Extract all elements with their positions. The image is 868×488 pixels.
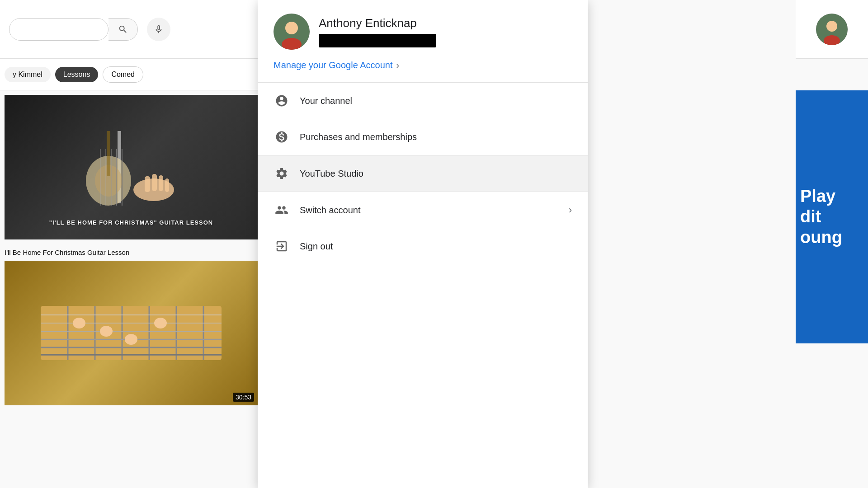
video-area: "I'll Be Home For Christmas" Guitar Less… [0,90,262,488]
chip-comedy[interactable]: Comed [103,66,143,83]
switch-account-chevron: › [569,204,572,216]
menu-label-youtube-studio: YouTube Studio [300,169,572,179]
menu-label-purchases: Purchases and memberships [300,132,572,142]
svg-rect-12 [152,174,157,191]
svg-point-31 [154,318,167,328]
menu-item-youtube-studio[interactable]: YouTube Studio [258,155,588,192]
chip-kimmel[interactable]: y Kimmel [5,67,51,82]
account-dropdown-panel: Anthony Enticknap Manage your Google Acc… [258,0,588,488]
right-avatar-area[interactable] [796,0,868,59]
svg-point-30 [125,334,137,345]
sign-out-icon [274,238,290,254]
user-avatar [274,14,310,50]
duration-badge-2: 30:53 [233,393,254,402]
user-email-redacted [319,34,436,47]
user-row: Anthony Enticknap [274,14,572,50]
user-details: Anthony Enticknap [319,16,436,47]
svg-rect-11 [145,176,150,192]
user-name: Anthony Enticknap [319,16,436,30]
video-text-overlay-1: "I'll Be Home For Christmas" Guitar Less… [5,219,258,226]
gear-icon [274,165,290,182]
dollar-icon [274,129,290,145]
svg-point-28 [73,318,85,328]
yt-header [0,0,262,59]
guitar-overlay-2 [5,261,258,405]
user-info-section: Anthony Enticknap Manage your Google Acc… [258,0,588,82]
banner-line-1: Play [800,186,863,207]
manage-account-link[interactable]: Manage your Google Account › [274,60,572,70]
manage-account-chevron: › [396,60,400,70]
mic-button[interactable] [147,18,170,41]
chips-row: y Kimmel Lessons Comed [0,59,262,90]
menu-item-switch-account[interactable]: Switch account › [258,192,588,228]
menu-item-purchases[interactable]: Purchases and memberships [258,119,588,155]
svg-rect-14 [165,178,169,192]
menu-label-your-channel: Your channel [300,96,572,106]
manage-account-text[interactable]: Manage your Google Account [274,60,393,70]
svg-point-33 [826,21,837,32]
banner-line-3: oung [800,227,863,248]
banner-line-2: dit [800,206,863,227]
menu-label-sign-out: Sign out [300,241,572,252]
svg-rect-13 [159,175,163,191]
person-icon [274,93,290,109]
svg-point-36 [285,22,298,34]
video-title-1[interactable]: I'll Be Home For Christmas Guitar Lesson [0,244,262,261]
chip-lessons[interactable]: Lessons [55,67,99,82]
menu-label-switch-account: Switch account [300,205,559,216]
right-banner: Play dit oung [796,90,868,343]
search-input[interactable] [9,18,108,41]
video-thumb-2[interactable]: 30:53 [5,261,258,405]
switch-person-icon [274,202,290,218]
svg-rect-3 [107,131,110,176]
guitar-overlay-1 [5,95,258,239]
menu-item-sign-out[interactable]: Sign out [258,228,588,264]
svg-point-29 [100,326,113,337]
search-button[interactable] [108,18,138,41]
video-thumb-1[interactable]: "I'll Be Home For Christmas" Guitar Less… [5,95,258,239]
top-right-avatar[interactable] [816,14,848,45]
menu-item-your-channel[interactable]: Your channel [258,83,588,119]
